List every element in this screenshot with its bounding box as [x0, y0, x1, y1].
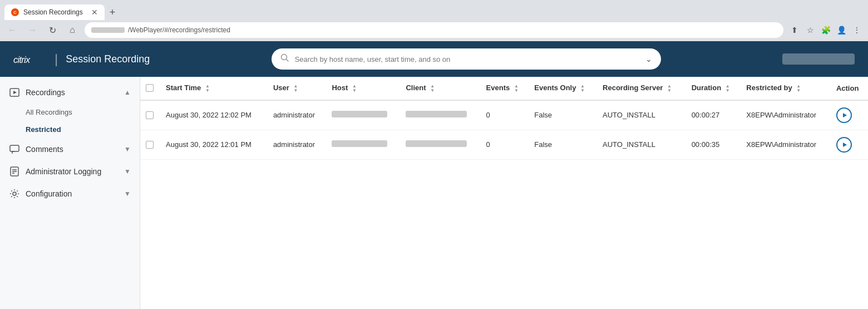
bookmark-button[interactable]: ☆ [803, 23, 817, 37]
sidebar-item-configuration[interactable]: Configuration ▼ [0, 183, 140, 205]
svg-point-10 [13, 192, 16, 195]
comments-label: Comments [26, 145, 119, 154]
header-duration[interactable]: Duration ▲▼ [686, 77, 741, 100]
cell-user: administrator [268, 130, 327, 159]
sidebar-item-comments[interactable]: Comments ▼ [0, 138, 140, 160]
logo-divider: | [55, 51, 58, 67]
table-row: August 30, 2022 12:01 PM administrator 0… [140, 130, 868, 159]
header-user[interactable]: User ▲▼ [268, 77, 327, 100]
sort-host: ▲▼ [352, 84, 357, 93]
cell-duration: 00:00:27 [686, 100, 741, 130]
sort-restricted-by: ▲▼ [796, 84, 801, 93]
cell-client [400, 100, 480, 130]
configuration-chevron: ▼ [124, 190, 131, 198]
forward-button[interactable]: → [24, 22, 40, 38]
cell-recording-server: AUTO_INSTALL [597, 130, 686, 159]
cell-start-time: August 30, 2022 12:01 PM [160, 130, 268, 159]
comments-icon [9, 144, 20, 155]
row-checkbox-1[interactable] [146, 141, 154, 149]
header-recording-server[interactable]: Recording Server ▲▼ [597, 77, 686, 100]
address-bar-row: ← → ↻ ⌂ /WebPlayer/#/recordings/restrict… [0, 20, 868, 41]
cell-events: 0 [481, 130, 529, 159]
table-row: August 30, 2022 12:02 PM administrator 0… [140, 100, 868, 130]
header-start-time[interactable]: Start Time ▲▼ [160, 77, 268, 100]
cell-start-time: August 30, 2022 12:02 PM [160, 100, 268, 130]
recordings-table: Start Time ▲▼ User ▲▼ Host ▲▼ [140, 77, 868, 160]
row-checkbox-0[interactable] [146, 111, 154, 119]
cell-host [326, 100, 400, 130]
svg-marker-11 [843, 113, 847, 117]
sidebar-item-restricted[interactable]: Restricted [0, 121, 140, 138]
svg-text:citrix: citrix [13, 55, 31, 65]
header-client[interactable]: Client ▲▼ [400, 77, 480, 100]
search-bar: ⌄ [272, 48, 661, 70]
app-title: Session Recording [66, 53, 150, 65]
back-button[interactable]: ← [4, 22, 20, 38]
header-restricted-by[interactable]: Restricted by ▲▼ [741, 77, 831, 100]
new-tab-button[interactable]: + [105, 4, 120, 20]
user-avatar [782, 53, 855, 65]
header-events[interactable]: Events ▲▼ [481, 77, 529, 100]
content-area: Start Time ▲▼ User ▲▼ Host ▲▼ [140, 77, 868, 309]
header-checkbox-cell [140, 77, 160, 100]
sidebar-item-recordings[interactable]: Recordings ▲ [0, 81, 140, 104]
sort-recording-server: ▲▼ [667, 84, 672, 93]
header-action: Action [831, 77, 868, 100]
reload-button[interactable]: ↻ [45, 22, 60, 38]
tab-bar: C Session Recordings ✕ + [0, 0, 868, 20]
cell-recording-server: AUTO_INSTALL [597, 100, 686, 130]
cell-duration: 00:00:35 [686, 130, 741, 159]
search-icon [280, 53, 289, 65]
extensions-button[interactable]: 🧩 [819, 23, 832, 37]
admin-logging-label: Administrator Logging [26, 167, 119, 176]
profile-button[interactable]: 👤 [835, 23, 848, 37]
cell-host [326, 130, 400, 159]
cell-client [400, 130, 480, 159]
cell-restricted-by: X8EPW\Administrator [741, 130, 831, 159]
play-button-0[interactable] [836, 107, 852, 123]
header-host[interactable]: Host ▲▼ [326, 77, 400, 100]
search-input-wrap: ⌄ [272, 48, 661, 70]
active-tab[interactable]: C Session Recordings ✕ [4, 4, 105, 20]
citrix-svg: citrix [13, 53, 47, 66]
play-button-1[interactable] [836, 137, 852, 153]
cell-events: 0 [481, 100, 529, 130]
sort-start-time: ▲▼ [205, 84, 210, 93]
row-checkbox-cell [140, 130, 160, 159]
tab-title: Session Recordings [23, 8, 87, 16]
address-bar[interactable]: /WebPlayer/#/recordings/restricted [85, 22, 783, 38]
cell-action [831, 100, 868, 130]
svg-marker-4 [13, 91, 17, 94]
sort-user: ▲▼ [293, 84, 298, 93]
sidebar-item-all-recordings[interactable]: All Recordings [0, 104, 140, 121]
address-url: /WebPlayer/#/recordings/restricted [128, 26, 230, 34]
cell-user: administrator [268, 100, 327, 130]
cell-events-only: False [529, 100, 597, 130]
app-logo: citrix | Session Recording [13, 51, 150, 67]
share-button[interactable]: ⬆ [788, 23, 801, 37]
browser-chrome: C Session Recordings ✕ + ← → ↻ ⌂ /WebPla… [0, 0, 868, 41]
svg-marker-12 [843, 143, 847, 147]
admin-logging-icon [9, 166, 20, 177]
admin-logging-chevron: ▼ [124, 168, 131, 175]
app-container: citrix | Session Recording ⌄ [0, 41, 868, 309]
main-layout: Recordings ▲ All Recordings Restricted C… [0, 77, 868, 309]
sort-duration: ▲▼ [726, 84, 730, 93]
browser-actions: ⬆ ☆ 🧩 👤 ⋮ [788, 23, 864, 37]
header-events-only[interactable]: Events Only ▲▼ [529, 77, 597, 100]
table-header-row: Start Time ▲▼ User ▲▼ Host ▲▼ [140, 77, 868, 100]
cell-action [831, 130, 868, 159]
sidebar-item-admin-logging[interactable]: Administrator Logging ▼ [0, 160, 140, 183]
tab-favicon: C [11, 8, 19, 16]
search-input[interactable] [295, 55, 640, 63]
sort-client: ▲▼ [430, 84, 435, 93]
comments-chevron: ▼ [124, 145, 131, 153]
tab-close-button[interactable]: ✕ [91, 8, 98, 16]
cell-events-only: False [529, 130, 597, 159]
menu-button[interactable]: ⋮ [850, 23, 864, 37]
search-dropdown-arrow[interactable]: ⌄ [645, 55, 652, 63]
header-user [782, 53, 855, 65]
row-checkbox-cell [140, 100, 160, 130]
select-all-checkbox[interactable] [146, 84, 154, 92]
home-button[interactable]: ⌂ [65, 22, 80, 38]
